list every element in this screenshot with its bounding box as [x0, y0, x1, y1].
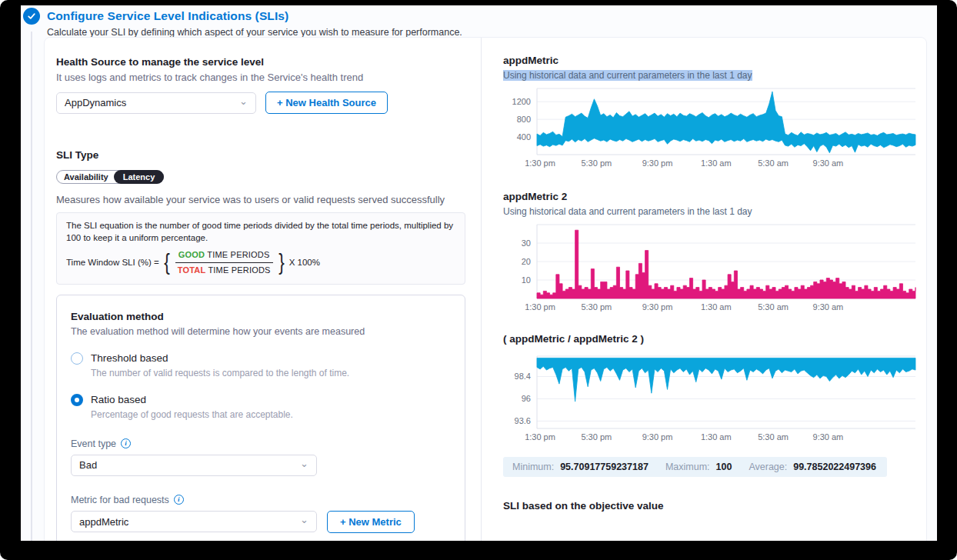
equation-fraction: GOOD TIME PERIODS TOTAL TIME PERIODS [175, 249, 274, 276]
sli-config-card: Health Source to manage the service leve… [44, 37, 927, 541]
sli-equation-box: The SLI equation is the number of good t… [56, 212, 465, 285]
equation-good-term: GOOD [178, 250, 205, 259]
svg-text:1:30 pm: 1:30 pm [525, 158, 555, 168]
stepper-line [31, 32, 32, 541]
svg-text:1:30 pm: 1:30 pm [525, 302, 555, 312]
info-icon[interactable]: i [121, 438, 131, 448]
svg-text:9:30 pm: 9:30 pm [642, 432, 673, 442]
radio-ratio-based[interactable]: Ratio based [71, 394, 453, 406]
svg-text:9:30 pm: 9:30 pm [642, 158, 673, 168]
svg-text:400: 400 [517, 132, 531, 142]
slo-configuration-page: Configure Service Level Indications (SLI… [21, 5, 937, 541]
svg-text:1:30 am: 1:30 am [701, 158, 732, 168]
radio-threshold-based[interactable]: Threshold based [71, 352, 453, 365]
average-label: Average: [749, 462, 787, 472]
svg-text:10: 10 [522, 275, 531, 285]
svg-text:9:30 am: 9:30 am [813, 158, 844, 168]
metric-bad-select[interactable]: appdMetric ⌄ [71, 511, 317, 532]
right-brace: } [278, 251, 285, 274]
minimum-value: 95.70917759237187 [560, 462, 649, 472]
average-value: 99.7852022497396 [793, 462, 876, 472]
radio-selected-icon[interactable] [71, 394, 83, 406]
chart-subtitle: Using historical data and current parame… [503, 206, 752, 217]
chevron-down-icon: ⌄ [300, 460, 308, 468]
sli-objective-heading: SLI based on the objective value [503, 500, 919, 512]
sli-equation-text: The SLI equation is the number of good t… [66, 220, 455, 244]
chevron-down-icon: ⌄ [239, 98, 248, 105]
health-source-select[interactable]: AppDynamics ⌄ [56, 92, 256, 114]
maximum-value: 100 [716, 462, 732, 472]
health-source-label: Health Source to manage the service leve… [56, 56, 465, 68]
svg-text:9:30 am: 9:30 am [813, 432, 844, 442]
evaluation-method-box: Evaluation method The evaluation method … [56, 295, 465, 541]
svg-text:1:30 pm: 1:30 pm [525, 432, 555, 442]
svg-text:5:30 pm: 5:30 pm [581, 302, 612, 312]
health-source-description: It uses logs and metrics to track change… [56, 72, 465, 83]
svg-text:96: 96 [522, 394, 531, 403]
svg-text:9:30 pm: 9:30 pm [642, 302, 673, 312]
equation-suffix: X 100% [289, 257, 320, 269]
svg-text:5:30 pm: 5:30 pm [581, 158, 612, 168]
chart-subtitle-highlighted: Using historical data and current parame… [503, 70, 752, 81]
equation-denominator-rest: TIME PERIODS [205, 265, 270, 275]
radio-unselected-icon[interactable] [71, 352, 83, 365]
chart-canvas-ratio: 93.69698.41:30 pm5:30 pm9:30 pm1:30 am5:… [503, 352, 919, 448]
section-header: Configure Service Level Indications (SLI… [23, 8, 462, 38]
charts-column: appdMetric Using historical data and cur… [482, 38, 926, 541]
chart-appdmetric: appdMetric Using historical data and cur… [503, 55, 919, 174]
page-subtitle: Calculate your SLI by defining which asp… [47, 27, 462, 38]
metric-bad-selected-value: appdMetric [79, 516, 128, 528]
sli-form-column: Health Source to manage the service leve… [45, 38, 482, 541]
svg-text:9:30 am: 9:30 am [813, 302, 844, 312]
metric-bad-label: Metric for bad requests i [71, 495, 453, 505]
svg-text:1200: 1200 [512, 97, 531, 106]
new-health-source-button[interactable]: + New Health Source [265, 92, 388, 114]
chart-title: appdMetric 2 [503, 191, 919, 202]
sli-type-option-latency[interactable]: Latency [114, 170, 165, 184]
chart-title: ( appdMetric / appdMetric 2 ) [503, 333, 919, 345]
left-brace: { [164, 251, 170, 274]
chart-ratio: ( appdMetric / appdMetric 2 ) 93.69698.4… [503, 333, 919, 448]
evaluation-method-title: Evaluation method [71, 311, 453, 322]
svg-text:5:30 am: 5:30 am [758, 432, 789, 442]
svg-text:5:30 am: 5:30 am [758, 302, 789, 312]
ratio-stats-bar: Minimum: 95.70917759237187 Maximum: 100 … [503, 457, 887, 477]
window-frame: Configure Service Level Indications (SLI… [0, 0, 957, 560]
svg-text:30: 30 [522, 238, 531, 248]
event-type-label: Event type i [71, 438, 453, 449]
ratio-based-description: Percentage of good requests that are acc… [91, 409, 453, 420]
maximum-label: Maximum: [665, 462, 710, 472]
chart-title: appdMetric [503, 55, 919, 66]
svg-text:98.4: 98.4 [515, 372, 531, 381]
info-icon[interactable]: i [174, 495, 184, 505]
minimum-label: Minimum: [512, 462, 554, 472]
sli-type-label: SLI Type [56, 149, 465, 161]
svg-text:20: 20 [522, 257, 531, 266]
svg-text:93.6: 93.6 [515, 416, 531, 425]
svg-text:5:30 pm: 5:30 pm [581, 432, 612, 442]
chevron-down-icon: ⌄ [300, 516, 308, 524]
equation-prefix: Time Window SLI (%) = [66, 257, 159, 269]
event-type-selected-value: Bad [79, 459, 97, 471]
sli-type-toggle: Availability Latency [56, 170, 164, 184]
chart-canvas-appdmetric: 40080012001:30 pm5:30 pm9:30 pm1:30 am5:… [503, 85, 919, 174]
step-complete-check-icon [23, 8, 40, 25]
health-source-selected-value: AppDynamics [65, 97, 126, 108]
sli-type-description: Measures how available your service was … [56, 194, 465, 205]
evaluation-method-description: The evaluation method will determine how… [71, 326, 453, 337]
threshold-based-description: The number of valid requests is compared… [91, 368, 453, 378]
equation-numerator-rest: TIME PERIODS [205, 250, 269, 259]
new-metric-button-bad[interactable]: + New Metric [327, 511, 415, 533]
event-type-select[interactable]: Bad ⌄ [71, 455, 317, 476]
page-title: Configure Service Level Indications (SLI… [47, 9, 288, 23]
equation-total-term: TOTAL [178, 265, 206, 275]
chart-canvas-appdmetric2: 1020301:30 pm5:30 pm9:30 pm1:30 am5:30 a… [503, 221, 919, 318]
sli-equation-formula: Time Window SLI (%) = { GOOD TIME PERIOD… [66, 249, 455, 276]
chart-appdmetric2: appdMetric 2 Using historical data and c… [503, 191, 919, 318]
sli-type-option-availability[interactable]: Availability [57, 171, 115, 183]
svg-text:5:30 am: 5:30 am [758, 158, 789, 168]
svg-text:800: 800 [517, 115, 531, 124]
svg-text:1:30 am: 1:30 am [701, 432, 732, 442]
svg-text:1:30 am: 1:30 am [701, 302, 732, 312]
